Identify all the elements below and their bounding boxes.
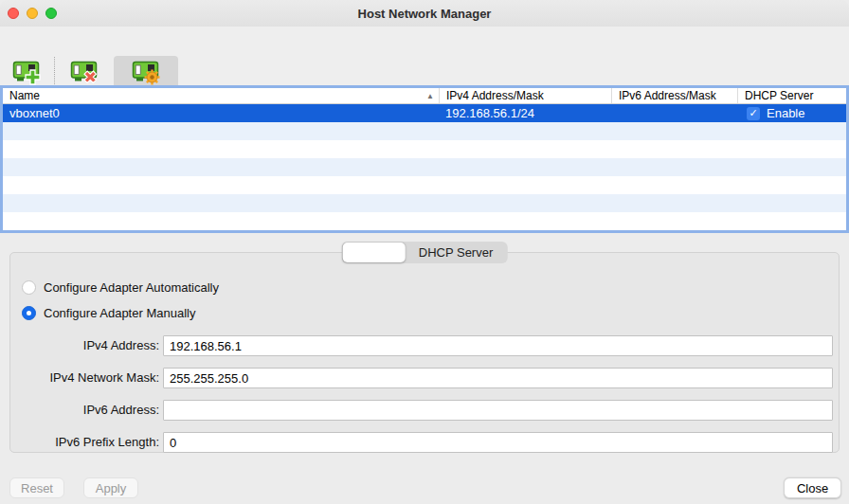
ipv4-address-input[interactable] (163, 335, 833, 356)
radio-manual-label: Configure Adapter Manually (44, 306, 195, 320)
column-header-ipv4[interactable]: IPv4 Address/Mask (439, 88, 611, 103)
radio-auto-label: Configure Adapter Automatically (44, 280, 219, 295)
titlebar: Host Network Manager (0, 0, 849, 27)
radio-unselected-icon (22, 280, 36, 295)
cell-name: vboxnet0 (3, 106, 439, 120)
toolbar: Create Remove (0, 27, 849, 85)
ipv4-address-row: IPv4 Address: (10, 335, 839, 356)
column-header-ipv6[interactable]: IPv6 Address/Mask (611, 88, 737, 103)
close-window-button[interactable] (8, 8, 19, 19)
tab-dhcp-server[interactable]: DHCP Server (406, 243, 507, 262)
detail-tabs: DHCP Server (342, 242, 508, 263)
ipv4-mask-label: IPv4 Network Mask: (10, 368, 159, 388)
empty-row (3, 158, 846, 176)
ipv6-address-label: IPv6 Address: (10, 400, 159, 421)
empty-row (3, 176, 846, 194)
ipv4-mask-row: IPv4 Network Mask: (10, 368, 839, 388)
ipv6-address-input[interactable] (163, 400, 833, 421)
apply-button[interactable]: Apply (83, 477, 138, 498)
radio-selected-icon (22, 306, 36, 320)
reset-button[interactable]: Reset (9, 477, 64, 498)
column-header-dhcp[interactable]: DHCP Server (737, 88, 846, 103)
ipv4-mask-input[interactable] (163, 368, 833, 388)
adapter-panel: Configure Adapter Automatically Configur… (9, 252, 840, 453)
minimize-window-button[interactable] (27, 8, 38, 19)
host-network-manager-window: Host Network Manager Create (0, 0, 849, 504)
traffic-lights (8, 8, 57, 19)
dhcp-enable-label: Enable (767, 106, 804, 120)
sort-ascending-icon: ▲ (426, 92, 439, 100)
host-networks-table: Name ▲ IPv4 Address/Mask IPv6 Address/Ma… (0, 85, 849, 233)
table-header: Name ▲ IPv4 Address/Mask IPv6 Address/Ma… (3, 88, 846, 104)
cell-dhcp: ✓ Enable (737, 106, 846, 120)
ipv4-address-label: IPv4 Address: (10, 335, 159, 356)
window-title: Host Network Manager (358, 7, 492, 21)
empty-row (3, 194, 846, 212)
ipv6-address-row: IPv6 Address: (10, 400, 839, 421)
close-button[interactable]: Close (784, 477, 841, 498)
empty-row (3, 140, 846, 158)
ipv6-prefix-row: IPv6 Prefix Length: (10, 432, 839, 453)
table-row-vboxnet0[interactable]: vboxnet0 192.168.56.1/24 ✓ Enable (3, 104, 846, 122)
radio-configure-automatically[interactable]: Configure Adapter Automatically (22, 279, 219, 295)
radio-configure-manually[interactable]: Configure Adapter Manually (22, 305, 195, 320)
empty-row (3, 212, 846, 230)
zoom-window-button[interactable] (45, 8, 57, 19)
tab-adapter[interactable] (343, 243, 406, 262)
cell-ipv4: 192.168.56.1/24 (439, 106, 611, 120)
empty-row (3, 122, 846, 140)
ipv6-prefix-input[interactable] (163, 432, 833, 453)
dhcp-enable-checkbox[interactable]: ✓ (747, 107, 760, 120)
ipv6-prefix-label: IPv6 Prefix Length: (10, 432, 159, 453)
column-header-name[interactable]: Name ▲ (3, 88, 439, 103)
